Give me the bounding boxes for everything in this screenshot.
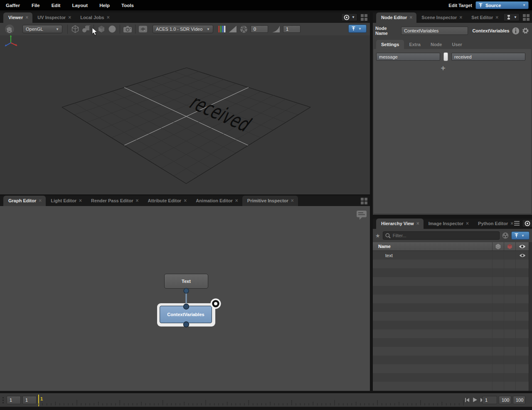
inclusions-column-header[interactable] bbox=[492, 242, 504, 250]
tab-scene-inspector[interactable]: Scene Inspector× bbox=[416, 12, 466, 23]
tab-graph-editor[interactable]: Graph Editor× bbox=[3, 196, 46, 206]
info-icon[interactable] bbox=[512, 27, 520, 35]
pan-hand-button[interactable] bbox=[4, 24, 15, 34]
layout-grid-icon[interactable] bbox=[523, 14, 530, 21]
viewer-target-dropdown[interactable]: ▼ bbox=[341, 13, 357, 21]
timeline-end-frame-field[interactable]: 100 bbox=[513, 396, 525, 404]
exposure-icon[interactable] bbox=[227, 24, 238, 34]
inclusions-cell[interactable] bbox=[492, 251, 504, 260]
play-button[interactable] bbox=[472, 397, 478, 403]
close-icon[interactable]: × bbox=[466, 221, 469, 226]
tab-render-pass-editor[interactable]: Render Pass Editor× bbox=[86, 196, 143, 206]
shaded-objects-icon[interactable] bbox=[81, 24, 91, 34]
tab-local-jobs[interactable]: Local Jobs × bbox=[75, 12, 113, 23]
close-icon[interactable]: × bbox=[510, 221, 513, 226]
subtab-settings[interactable]: Settings bbox=[376, 40, 404, 49]
hierarchy-pin-dropdown[interactable]: ▼ bbox=[511, 231, 530, 240]
skip-to-start-button[interactable] bbox=[465, 398, 470, 403]
hierarchy-empty-row[interactable] bbox=[373, 277, 529, 286]
close-icon[interactable]: × bbox=[495, 15, 498, 20]
exclusions-column-header[interactable] bbox=[504, 242, 515, 250]
menu-tools[interactable]: Tools bbox=[116, 3, 140, 8]
menu-edit[interactable]: Edit bbox=[46, 3, 66, 8]
node-editor-mode-dropdown[interactable]: ▼ bbox=[503, 13, 520, 21]
add-variable-button[interactable]: + bbox=[439, 65, 447, 72]
gamma-icon[interactable] bbox=[271, 24, 281, 34]
wireframe-cube-icon[interactable] bbox=[70, 24, 81, 34]
viewer-pin-dropdown[interactable]: ▼ bbox=[348, 25, 367, 33]
hierarchy-empty-row[interactable] bbox=[373, 338, 529, 347]
name-column-header[interactable]: Name bbox=[373, 244, 492, 249]
hierarchy-empty-row[interactable] bbox=[373, 268, 529, 277]
tab-python-editor[interactable]: Python Editor× bbox=[473, 219, 514, 229]
hierarchy-empty-row[interactable] bbox=[373, 312, 529, 321]
star-icon[interactable]: ★ bbox=[375, 233, 380, 239]
visibility-column-header[interactable] bbox=[515, 242, 529, 250]
hierarchy-target-dropdown[interactable]: ▼ bbox=[522, 219, 532, 227]
tab-animation-editor[interactable]: Animation Editor× bbox=[191, 196, 242, 206]
hierarchy-scrollbar[interactable] bbox=[529, 242, 532, 391]
hierarchy-empty-row[interactable] bbox=[373, 347, 529, 356]
camera-icon[interactable] bbox=[122, 24, 133, 34]
hierarchy-empty-row[interactable] bbox=[373, 260, 529, 268]
collapse-all-icon[interactable] bbox=[502, 232, 509, 239]
tab-set-editor[interactable]: Set Editor× bbox=[466, 12, 502, 23]
subtab-node[interactable]: Node bbox=[426, 40, 447, 49]
close-icon[interactable]: × bbox=[459, 15, 462, 20]
menu-file[interactable]: File bbox=[26, 3, 46, 8]
graph-editor-canvas[interactable]: Text ContextVariables bbox=[0, 206, 370, 391]
close-icon[interactable]: × bbox=[25, 15, 28, 20]
edit-target-dropdown[interactable]: Source ▼ bbox=[475, 1, 529, 9]
image-view-icon[interactable] bbox=[138, 24, 148, 34]
display-transform-dropdown[interactable]: ACES 1.0 - SDR Video ▼ bbox=[153, 25, 213, 33]
tab-attribute-editor[interactable]: Attribute Editor× bbox=[143, 196, 191, 206]
close-icon[interactable]: × bbox=[135, 198, 138, 204]
close-icon[interactable]: × bbox=[291, 198, 294, 204]
tab-primitive-inspector[interactable]: Primitive Inspector× bbox=[242, 196, 298, 206]
graph-node-text[interactable]: Text bbox=[164, 274, 208, 289]
timeline-ruler[interactable] bbox=[38, 395, 466, 406]
node-name-input[interactable]: ContextVariables bbox=[401, 27, 468, 35]
hierarchy-empty-row[interactable] bbox=[373, 295, 529, 303]
tab-uv-inspector[interactable]: UV Inspector × bbox=[32, 12, 75, 23]
viewport-3d[interactable]: received bbox=[0, 35, 370, 194]
hierarchy-empty-row[interactable] bbox=[373, 303, 529, 312]
graph-node-contextvariables[interactable]: ContextVariables bbox=[160, 306, 212, 323]
menu-gaffer[interactable]: Gaffer bbox=[0, 3, 26, 8]
hierarchy-empty-row[interactable] bbox=[373, 373, 529, 382]
renderer-dropdown[interactable]: OpenGL ▼ bbox=[22, 25, 62, 33]
close-icon[interactable]: × bbox=[68, 15, 71, 20]
timeline-grip[interactable] bbox=[2, 397, 4, 403]
hierarchy-row-text[interactable]: text bbox=[373, 251, 529, 260]
layout-grid-icon[interactable] bbox=[361, 198, 367, 204]
menu-lines-icon[interactable] bbox=[514, 221, 520, 226]
visibility-cell[interactable] bbox=[515, 251, 529, 260]
close-icon[interactable]: × bbox=[184, 198, 187, 204]
hierarchy-empty-row[interactable] bbox=[373, 356, 529, 364]
timeline-current-frame-field[interactable]: 1 bbox=[22, 396, 37, 404]
menu-help[interactable]: Help bbox=[94, 3, 116, 8]
tab-image-inspector[interactable]: Image Inspector× bbox=[424, 219, 473, 229]
close-icon[interactable]: × bbox=[235, 198, 238, 204]
gamma-input[interactable]: 1 bbox=[283, 25, 300, 33]
close-icon[interactable]: × bbox=[409, 15, 412, 20]
timeline-start-frame-field[interactable]: 1 bbox=[7, 396, 21, 404]
menu-layout[interactable]: Layout bbox=[66, 3, 94, 8]
subtab-extra[interactable]: Extra bbox=[404, 40, 426, 49]
tab-node-editor[interactable]: Node Editor× bbox=[376, 12, 416, 23]
hierarchy-empty-row[interactable] bbox=[373, 382, 529, 390]
aperture-icon[interactable] bbox=[238, 24, 249, 34]
hierarchy-empty-row[interactable] bbox=[373, 364, 529, 373]
variable-enabled-switch[interactable] bbox=[443, 52, 448, 61]
close-icon[interactable]: × bbox=[39, 198, 42, 204]
hierarchy-empty-row[interactable] bbox=[373, 321, 529, 329]
layout-grid-icon[interactable] bbox=[361, 14, 367, 21]
close-icon[interactable]: × bbox=[79, 198, 82, 204]
filter-input[interactable]: Filter... bbox=[383, 231, 500, 240]
variable-name-input[interactable]: message bbox=[376, 53, 440, 61]
gear-icon[interactable] bbox=[522, 27, 530, 35]
hierarchy-empty-row[interactable] bbox=[373, 286, 529, 295]
variable-value-input[interactable]: received bbox=[451, 53, 525, 61]
tab-light-editor[interactable]: Light Editor× bbox=[46, 196, 86, 206]
exclusions-cell[interactable] bbox=[504, 251, 515, 260]
